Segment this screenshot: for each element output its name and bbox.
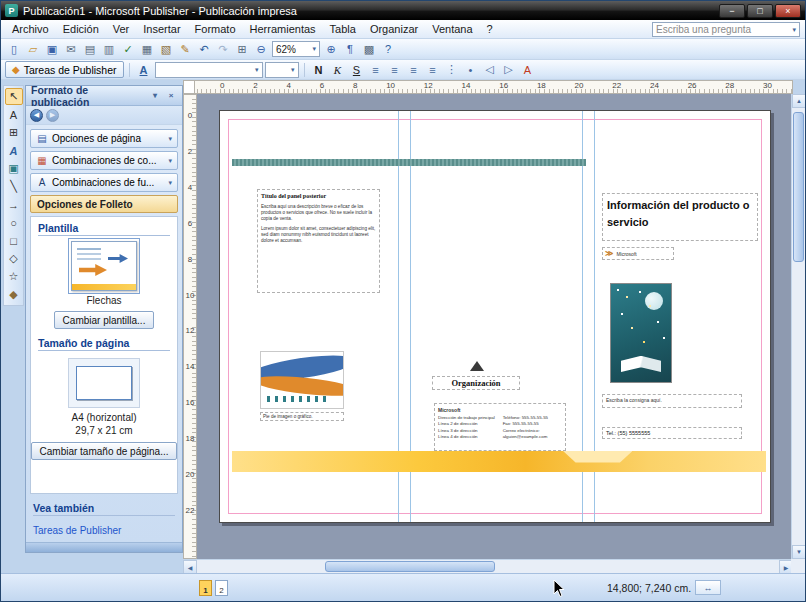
menu-archivo[interactable]: Archivo [5,21,56,37]
ruler-origin-box[interactable] [183,80,195,94]
vertical-scrollbar[interactable]: ▲ ▼ [791,94,805,559]
table-tool-icon[interactable]: ⊞ [5,124,23,141]
scroll-down-button[interactable]: ▼ [792,545,806,559]
phone-box[interactable]: Tel.: (55) 5555555 [602,427,742,439]
font-color-button[interactable]: A [519,61,537,78]
menu-organizar[interactable]: Organizar [363,21,425,37]
align-center-button[interactable]: ≡ [386,61,404,78]
boundaries-icon[interactable]: ▩ [360,41,378,58]
template-thumbnail[interactable] [71,241,137,291]
bold-button[interactable]: N [310,61,328,78]
organization-name-box[interactable]: Organización [432,376,520,390]
arrow-tool-icon[interactable]: → [5,196,23,213]
font-select[interactable]: ▾ [155,62,263,78]
spelling-icon[interactable]: ✓ [119,41,137,58]
back-panel-text-box[interactable]: Título del panel posterior Escriba aquí … [257,189,380,293]
vertical-scroll-thumb[interactable] [793,112,804,262]
decrease-indent-button[interactable]: ◁ [481,61,499,78]
bullets-button[interactable]: • [462,61,480,78]
menu-ver[interactable]: Ver [106,21,137,37]
menu-tabla[interactable]: Tabla [323,21,363,37]
mail-icon[interactable]: ✉ [62,41,80,58]
special-characters-icon[interactable]: ¶ [341,41,359,58]
minimize-button[interactable]: − [719,4,745,18]
menu-insertar[interactable]: Insertar [136,21,187,37]
back-panel-image[interactable] [260,351,344,409]
page-size-thumbnail[interactable] [68,358,140,408]
publisher-tasks-button[interactable]: ◆ Tareas de Publisher [5,61,124,78]
page-thumbnail[interactable]: 1 [199,580,212,596]
workspace-canvas[interactable]: Título del panel posterior Escriba aquí … [197,94,793,559]
publisher-tasks-link[interactable]: Tareas de Publisher [33,525,121,536]
menu-edicion[interactable]: Edición [56,21,106,37]
front-panel-title-box[interactable]: Información del producto o servicio [602,193,758,241]
zoom-select[interactable]: 62% ▾ [272,41,320,57]
back-panel-caption[interactable]: Pie de imagen o gráfico. [260,412,344,421]
font-size-select[interactable]: ▾ [265,62,299,78]
publication-page[interactable]: Título del panel posterior Escriba aquí … [219,110,771,523]
select-tool-icon[interactable]: ↖ [5,88,23,105]
open-icon[interactable]: ▱ [24,41,42,58]
horizontal-scroll-thumb[interactable] [325,561,495,572]
teal-divider-bar[interactable] [232,159,586,166]
autoshapes-tool-icon[interactable]: ◇ [5,250,23,267]
align-left-button[interactable]: ≡ [367,61,385,78]
zoom-in-icon[interactable]: ⊕ [322,41,340,58]
align-right-button[interactable]: ≡ [405,61,423,78]
wordart-tool-icon[interactable]: A [5,142,23,159]
oval-tool-icon[interactable]: ○ [5,214,23,231]
scroll-up-button[interactable]: ▲ [792,94,806,108]
yellow-accent-band[interactable] [232,451,766,472]
save-icon[interactable]: ▣ [43,41,61,58]
scroll-left-button[interactable]: ◀ [183,560,197,574]
rectangle-tool-icon[interactable]: □ [5,232,23,249]
object-size-indicator: ↔ [695,580,721,595]
text-box-tool-icon[interactable]: A [5,106,23,123]
redo-icon[interactable]: ↷ [214,41,232,58]
back-button[interactable]: ◀ [30,109,43,122]
print-preview-icon[interactable]: ▥ [100,41,118,58]
vertical-ruler[interactable]: 0246810121416182022 [183,94,197,559]
maximize-button[interactable]: □ [747,4,773,18]
italic-button[interactable]: K [329,61,347,78]
increase-indent-button[interactable]: ▷ [500,61,518,78]
align-justify-button[interactable]: ≡ [424,61,442,78]
change-page-size-button[interactable]: Cambiar tamaño de página... [31,442,178,460]
copy-icon[interactable]: ▦ [138,41,156,58]
styles-icon[interactable]: A [135,61,153,78]
company-name: Microsoft [438,407,562,413]
design-gallery-tool-icon[interactable]: ◆ [5,286,23,303]
change-template-button[interactable]: Cambiar plantilla... [54,311,155,329]
forward-button[interactable]: ▶ [46,109,59,122]
menu-herramientas[interactable]: Herramientas [243,21,323,37]
horizontal-ruler[interactable]: 024681012141618202224262830 [183,80,793,94]
brochure-options-header[interactable]: Opciones de Folleto [30,195,178,213]
organization-info-box[interactable]: Microsoft Dirección de trabajo principal… [434,403,566,451]
task-pane-menu-icon[interactable]: ▾ [149,91,161,100]
menu-ventana[interactable]: Ventana [425,21,479,37]
print-icon[interactable]: ▤ [81,41,99,58]
insert-table-icon[interactable]: ⊞ [233,41,251,58]
page-thumbnail[interactable]: 2 [215,580,228,596]
tagline-box[interactable]: Escriba la consigna aquí. [602,394,742,408]
front-panel-image[interactable] [610,283,672,383]
format-painter-icon[interactable]: ✎ [176,41,194,58]
numbering-button[interactable]: ⋮ [443,61,461,78]
picture-frame-tool-icon[interactable]: ▣ [5,160,23,177]
line-tool-icon[interactable]: ╲ [5,178,23,195]
close-button[interactable]: × [775,4,801,18]
paste-icon[interactable]: ▧ [157,41,175,58]
bookmark-tool-icon[interactable]: ☆ [5,268,23,285]
help-icon[interactable]: ? [379,41,397,58]
menu-formato[interactable]: Formato [188,21,243,37]
zoom-out-icon[interactable]: ⊖ [252,41,270,58]
organization-logo[interactable] [470,361,484,371]
menu-ayuda[interactable]: ? [480,21,500,37]
horizontal-scrollbar[interactable]: ◀ ▶ [183,559,793,573]
question-input[interactable]: Escriba una pregunta ▾ [652,22,800,37]
front-company-box[interactable]: ≫ Microsoft [602,247,674,260]
task-pane-close-icon[interactable]: × [165,91,177,100]
new-icon[interactable]: ▯ [5,41,23,58]
undo-icon[interactable]: ↶ [195,41,213,58]
underline-button[interactable]: S [348,61,366,78]
